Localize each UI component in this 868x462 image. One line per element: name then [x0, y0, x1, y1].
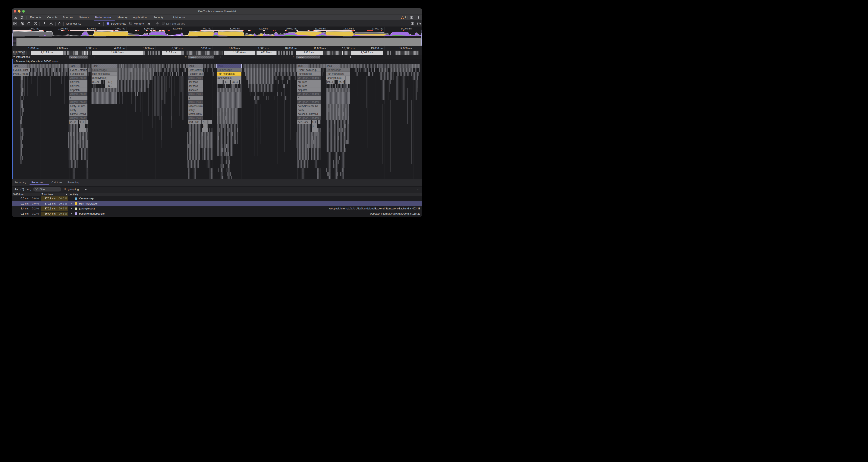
svg-text:s: s — [70, 97, 71, 99]
svg-text:onPress: onPress — [188, 80, 198, 83]
svg-text:On ignor...|^node:): On ignor...|^node:) — [188, 100, 203, 103]
svg-text:Task: Task — [327, 64, 332, 67]
svg-text:On ignor...|^node:): On ignor...|^node:) — [188, 93, 203, 95]
svg-text:notify: notify — [188, 108, 194, 111]
svg-text:Task: Task — [188, 64, 194, 67]
svg-text:On ignor...|^node:): On ignor...|^node:) — [70, 117, 87, 120]
svg-text:perf...ork: perf...ork — [298, 121, 308, 123]
svg-text:onPress: onPress — [70, 84, 80, 87]
svg-text:On ignor...|^node:): On ignor...|^node:) — [188, 117, 203, 120]
svg-text:On ignor...|^node:): On ignor...|^node:) — [298, 93, 319, 95]
svg-text:f...l: f...l — [312, 121, 316, 123]
svg-text:batche...tes$1: batche...tes$1 — [70, 112, 86, 116]
svg-text:notifyNestedSubs: notifyNestedSubs — [188, 104, 203, 107]
svg-text:s: s — [188, 97, 190, 99]
svg-text:Task: Task — [13, 64, 19, 67]
svg-text:(anonymous): (anonymous) — [217, 76, 232, 79]
svg-text:Event: pointerup: Event: pointerup — [298, 68, 316, 71]
svg-text:(a...s): (a...s) — [92, 80, 99, 83]
svg-text:b...: b... — [108, 84, 112, 87]
svg-text:Task: Task — [92, 64, 98, 67]
svg-text:On ignor...|^node:): On ignor...|^node:) — [298, 100, 319, 103]
svg-text:Evalua...cript: Evalua...cript — [13, 68, 28, 71]
svg-text:On message: On message — [217, 68, 232, 71]
svg-text:On message: On message — [327, 68, 341, 71]
svg-text:Profil...rhead: Profil...rhead — [13, 72, 28, 75]
svg-text:(an...s): (an...s) — [327, 80, 334, 83]
svg-text:Event: pointerup: Event: pointerup — [188, 68, 203, 71]
svg-text:On ignor...|^node:): On ignor...|^node:) — [298, 76, 319, 79]
svg-text:On message: On message — [92, 68, 107, 71]
svg-text:fl...l: fl...l — [80, 121, 84, 123]
svg-text:f...l: f...l — [203, 121, 206, 123]
svg-text:Task: Task — [218, 64, 223, 67]
svg-text:dispatch: dispatch — [188, 88, 198, 91]
svg-text:dispatch: dispatch — [298, 88, 307, 91]
svg-text:On ignor...|^node:): On ignor...|^node:) — [70, 76, 87, 79]
svg-text:On ignor...|^node:): On ignor...|^node:) — [298, 117, 319, 120]
svg-text:Task: Task — [70, 64, 75, 67]
svg-text:s: s — [298, 97, 299, 99]
svg-text:notifyNestedSubs: notifyNestedSubs — [298, 104, 318, 107]
svg-text:On ignor...|^node:): On ignor...|^node:) — [70, 100, 87, 103]
svg-text:(a...): (a...) — [232, 80, 238, 83]
svg-text:Function call: Function call — [70, 72, 84, 75]
svg-text:Run microtasks: Run microtasks — [92, 72, 110, 75]
svg-text:i...: i... — [313, 125, 316, 128]
svg-text:notify: notify — [70, 108, 76, 111]
svg-text:(a...): (a...) — [339, 80, 344, 83]
svg-text:(anonymous): (anonymous) — [327, 76, 342, 79]
svg-text:Function call: Function call — [298, 72, 312, 75]
svg-text:onPress: onPress — [70, 80, 80, 83]
svg-text:(anonymous): (anonymous) — [92, 76, 107, 79]
svg-text:(...: (... — [225, 80, 228, 83]
svg-text:Task: Task — [298, 64, 303, 67]
svg-text:Run microtasks: Run microtasks — [327, 72, 344, 75]
svg-text:onPress: onPress — [298, 84, 307, 87]
svg-text:notify...dSubs: notify...dSubs — [70, 104, 86, 107]
svg-text:batched...dates$1: batched...dates$1 — [188, 112, 203, 116]
svg-text:notify: notify — [298, 108, 304, 111]
svg-text:dispatch: dispatch — [70, 88, 80, 91]
svg-text:i...: i... — [203, 125, 206, 128]
svg-text:onPress: onPress — [298, 80, 307, 83]
svg-text:On ignor...|^node:): On ignor...|^node:) — [188, 76, 203, 79]
svg-text:onPress: onPress — [188, 84, 198, 87]
svg-text:i...: i... — [81, 125, 84, 128]
svg-text:Event:...nterup: Event:...nterup — [70, 68, 87, 71]
svg-text:perf...ork: perf...ork — [188, 121, 198, 123]
svg-text:pe...k: pe...k — [69, 121, 76, 123]
svg-text:On ignor...|^node:): On ignor...|^node:) — [70, 93, 87, 95]
svg-text:Function call: Function call — [188, 72, 203, 75]
svg-text:batched...dates$1: batched...dates$1 — [298, 112, 318, 116]
svg-text:(...): (...) — [108, 80, 112, 83]
svg-text:Run microtasks: Run microtasks — [217, 72, 235, 75]
